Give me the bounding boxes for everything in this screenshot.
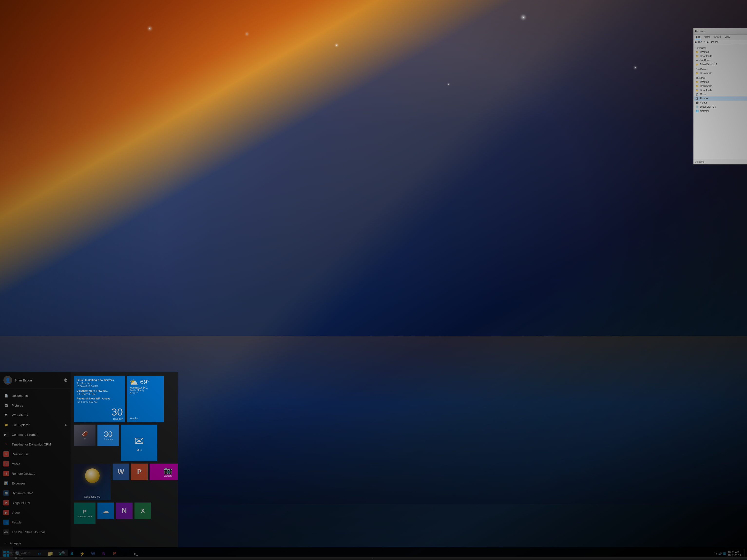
desktop: 👤 Brian Espon ⏻ 📄 Documents 🖼 Pictures ⚙… — [0, 0, 312, 234]
